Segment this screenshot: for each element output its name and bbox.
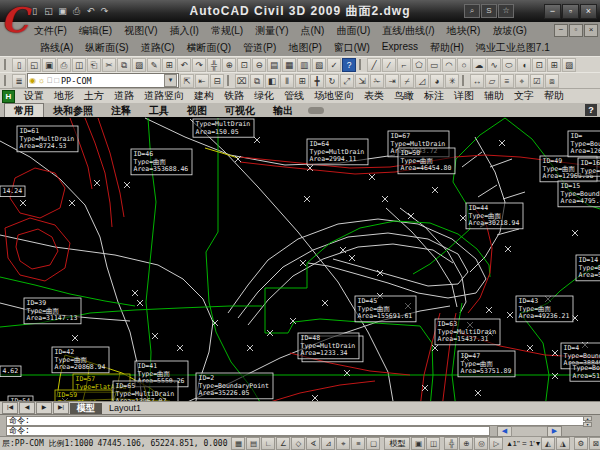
menu-item-r1-4[interactable]: 常规(L) <box>205 24 249 38</box>
quick-view-layouts-icon[interactable]: ◫ <box>426 437 440 450</box>
menu-item-r1-10[interactable]: 放坡(G) <box>486 24 532 38</box>
pan-realtime-icon[interactable]: ╬ <box>207 58 221 72</box>
toolbar-grip[interactable] <box>4 75 9 86</box>
ellipse-arc-icon[interactable]: ◖ <box>517 58 531 72</box>
extend-icon[interactable]: ⇥ <box>385 74 399 88</box>
command-hscroll-track[interactable] <box>511 426 548 437</box>
grid-icon[interactable]: ▤ <box>246 437 260 450</box>
ribbon-tab-3[interactable]: 工具 <box>140 104 178 117</box>
ribbon-tab-4[interactable]: 视图 <box>178 104 216 117</box>
markup-set-manager-icon[interactable]: ✓ <box>327 58 341 72</box>
quick-select-icon[interactable]: ☑ <box>530 74 544 88</box>
civil-tab-0[interactable]: 设置 <box>19 89 49 103</box>
circle-icon[interactable]: ○ <box>457 58 471 72</box>
distance-icon[interactable]: ↔ <box>470 74 484 88</box>
drawing-canvas[interactable]: ID=61Type=MultDrainArea=8724.53ID=46Type… <box>0 117 600 401</box>
menu-item-r1-1[interactable]: 编辑(E) <box>73 24 118 38</box>
civil-tab-3[interactable]: 道路 <box>109 89 139 103</box>
menu-item-r1-7[interactable]: 曲面(U) <box>330 24 376 38</box>
quick-properties-icon[interactable]: ▢ <box>366 437 380 450</box>
annotation-scale-control[interactable]: ▴ 1" = 1' ▾ <box>507 439 539 448</box>
search-icon[interactable]: ⌕ <box>464 4 480 18</box>
civil-tab-9[interactable]: 场地竖向 <box>309 89 359 103</box>
ribbon-tab-1[interactable]: 块和参照 <box>44 104 102 117</box>
coordinate-readout[interactable]: 47445.106, 65224.851, 0.000 <box>97 439 227 448</box>
save-icon[interactable]: ▣ <box>56 5 69 17</box>
menu-item-r1-5[interactable]: 测量(Y) <box>249 24 294 38</box>
toolbar-grip[interactable] <box>227 75 232 86</box>
menu-item-r2-7[interactable]: Express <box>376 41 424 55</box>
menu-item-r1-6[interactable]: 点(N) <box>295 24 331 38</box>
command-scroll-spinner[interactable]: ▴▾ <box>583 416 592 426</box>
civil-tab-4[interactable]: 道路竖向 <box>139 89 189 103</box>
maximize-icon[interactable]: ▫ <box>562 4 579 19</box>
menu-item-r2-0[interactable]: 路线(A) <box>34 41 79 55</box>
zoom-window-icon[interactable]: ⊡ <box>237 58 251 72</box>
annotation-visibility-icon[interactable]: ◭ <box>541 437 555 450</box>
redo-icon[interactable]: ↷ <box>98 5 111 17</box>
menu-item-r2-1[interactable]: 纵断面(S) <box>79 41 134 55</box>
polygon-icon[interactable]: ⬠ <box>412 58 426 72</box>
zoom-icon[interactable]: ⊕ <box>459 437 473 450</box>
array-icon[interactable]: ⊞ <box>295 74 309 88</box>
civil-tab-7[interactable]: 绿化 <box>249 89 279 103</box>
autocad-logo-icon[interactable]: C <box>1 0 25 44</box>
copy-icon[interactable]: ⧉ <box>250 74 264 88</box>
civil-tab-10[interactable]: 表类 <box>359 89 389 103</box>
menu-item-r2-6[interactable]: 窗口(W) <box>328 41 376 55</box>
ellipse-icon[interactable]: ⬭ <box>502 58 516 72</box>
list-icon[interactable]: ≡ <box>500 74 514 88</box>
zoom-realtime-icon[interactable]: ⊕ <box>222 58 236 72</box>
undo-icon[interactable]: ↶ <box>84 5 97 17</box>
open-icon[interactable]: ◱ <box>42 5 55 17</box>
menu-item-r1-0[interactable]: 文件(F) <box>28 24 73 38</box>
chevron-down-icon[interactable]: ▾ <box>164 74 177 87</box>
help-icon[interactable]: ? <box>585 104 597 116</box>
construction-line-icon[interactable]: ⁄ <box>382 58 396 72</box>
open-icon[interactable]: ◱ <box>27 58 41 72</box>
hatch-icon[interactable]: ▨ <box>562 58 576 72</box>
civil-tab-1[interactable]: 地形 <box>49 89 79 103</box>
move-icon[interactable]: ╋ <box>310 74 324 88</box>
area-inquiry-icon[interactable]: ▱ <box>485 74 499 88</box>
menu-item-r1-3[interactable]: 插入(I) <box>163 24 204 38</box>
civil-tab-13[interactable]: 详图 <box>449 89 479 103</box>
copy-clip-icon[interactable]: ⧉ <box>117 58 131 72</box>
undo-icon[interactable]: ↶ <box>177 58 191 72</box>
block-editor-icon[interactable]: ⊞ <box>162 58 176 72</box>
toolbar-grip[interactable] <box>359 59 364 70</box>
pan-icon[interactable]: ╬ <box>444 437 458 450</box>
toolbar-grip[interactable] <box>4 59 9 70</box>
ducs-icon[interactable]: ⊿ <box>321 437 335 450</box>
plot-preview-icon[interactable]: ◫ <box>72 58 86 72</box>
layer-thaw-icon[interactable]: ☼ <box>38 75 45 87</box>
zoom-previous-icon[interactable]: ⊖ <box>252 58 266 72</box>
civil-tab-2[interactable]: 土方 <box>79 89 109 103</box>
layer-color-swatch[interactable]: □ <box>54 75 59 87</box>
spline-icon[interactable]: ∿ <box>487 58 501 72</box>
draw-order-icon[interactable]: ⧈ <box>545 74 559 88</box>
rotate-icon[interactable]: ↻ <box>325 74 339 88</box>
menu-item-r2-5[interactable]: 地图(P) <box>282 41 327 55</box>
civil-tab-5[interactable]: 建构 <box>189 89 219 103</box>
ribbon-tab-0[interactable]: 常用 <box>4 103 44 117</box>
help-icon[interactable]: ? <box>342 58 356 72</box>
arc-icon[interactable]: ◠ <box>442 58 456 72</box>
minimize-icon[interactable]: − <box>544 4 561 19</box>
layout-tab-1[interactable]: Layout1 <box>102 403 148 414</box>
steering-wheel-icon[interactable]: ◎ <box>474 437 488 450</box>
rectangle-icon[interactable]: ▭ <box>427 58 441 72</box>
toolbar-grip[interactable] <box>462 75 467 86</box>
mdi-minimize-icon[interactable]: − <box>554 24 568 37</box>
auto-add-scales-icon[interactable]: ◮ <box>556 437 570 450</box>
mdi-close-icon[interactable]: × <box>584 24 598 37</box>
explode-icon[interactable]: ✳ <box>445 74 459 88</box>
otrack-icon[interactable]: ∢ <box>306 437 320 450</box>
tool-palettes-icon[interactable]: ▥ <box>297 58 311 72</box>
cut-icon[interactable]: ✂ <box>102 58 116 72</box>
model-space-button[interactable]: 模型 <box>384 437 410 450</box>
stretch-icon[interactable]: ⇲ <box>355 74 369 88</box>
mdi-restore-icon[interactable]: ▫ <box>569 24 583 37</box>
layout-tab-0[interactable]: 模型 <box>70 403 102 414</box>
polyline-icon[interactable]: ⌐ <box>397 58 411 72</box>
